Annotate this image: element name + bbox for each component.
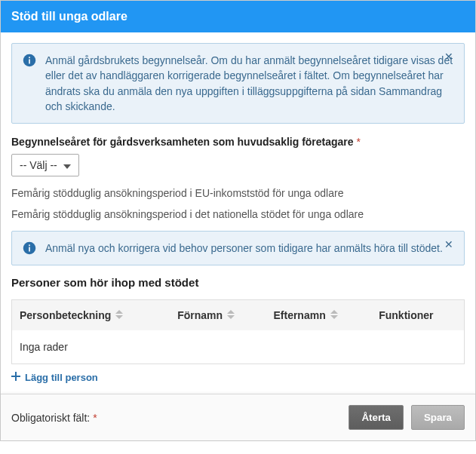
plus-icon (11, 372, 20, 383)
svg-rect-6 (29, 245, 30, 247)
start-year-selected-value: -- Välj -- (20, 159, 57, 171)
eu-period-text: Femårig stödduglig ansökningsperiod i EU… (11, 187, 465, 199)
revert-button[interactable]: Återta (349, 405, 404, 430)
col-label: Funktioner (379, 309, 433, 321)
info-message: Anmäl gårdsbrukets begynnelseår. Om du h… (45, 53, 455, 114)
svg-rect-5 (29, 247, 30, 252)
svg-marker-11 (330, 310, 338, 314)
required-note-text: Obligatoriskt fält: (11, 412, 90, 424)
svg-marker-9 (227, 310, 235, 314)
col-label: Efternamn (273, 309, 325, 321)
start-year-label: Begynnelseåret för gårdsverksamheten som… (11, 136, 354, 148)
panel-footer: Obligatoriskt fält: * Återta Spara (1, 394, 475, 440)
add-person-link[interactable]: Lägg till person (11, 372, 98, 383)
sort-icon (227, 309, 235, 321)
save-button[interactable]: Spara (411, 405, 465, 430)
start-year-select[interactable]: -- Välj -- (11, 154, 79, 176)
svg-marker-3 (63, 164, 71, 169)
sort-icon (115, 309, 123, 321)
info-icon (23, 241, 36, 255)
info-message: Anmäl nya och korrigera vid behov person… (45, 241, 455, 256)
add-person-label: Lägg till person (25, 372, 98, 383)
col-last-name[interactable]: Efternamn (266, 300, 371, 331)
col-actions: Funktioner (371, 300, 464, 331)
panel-content: Anmäl gårdsbrukets begynnelseår. Om du h… (1, 32, 475, 383)
table-row-empty: Inga rader (12, 330, 465, 364)
close-icon[interactable]: ✕ (441, 50, 456, 63)
persons-section-title: Personer som hör ihop med stödet (11, 276, 465, 289)
national-period-text: Femårig stödduglig ansökningsperiod i de… (11, 208, 465, 220)
table-header-row: Personbeteckning Förnamn (12, 300, 465, 331)
panel-title-text: Stöd till unga odlare (11, 10, 127, 23)
persons-table: Personbeteckning Förnamn (11, 299, 465, 364)
svg-rect-14 (11, 376, 20, 377)
required-note: Obligatoriskt fält: * (11, 412, 341, 424)
col-label: Förnamn (177, 309, 223, 321)
info-box-persons: Anmäl nya och korrigera vid behov person… (11, 231, 465, 265)
info-icon (23, 54, 36, 67)
empty-message: Inga rader (12, 330, 465, 364)
aid-young-farmers-panel: Stöd till unga odlare Anmäl gårdsbrukets… (0, 0, 476, 441)
svg-marker-10 (227, 315, 235, 319)
col-label: Personbeteckning (20, 309, 111, 321)
svg-marker-12 (330, 315, 338, 319)
required-asterisk: * (357, 136, 361, 148)
sort-icon (330, 309, 338, 321)
svg-marker-7 (115, 310, 123, 314)
svg-marker-8 (115, 315, 123, 319)
panel-title: Stöd till unga odlare (1, 1, 475, 32)
col-first-name[interactable]: Förnamn (170, 300, 266, 331)
col-person-id[interactable]: Personbeteckning (12, 300, 170, 331)
chevron-down-icon (63, 159, 71, 171)
svg-rect-2 (29, 57, 30, 58)
required-asterisk: * (93, 412, 97, 424)
close-icon[interactable]: ✕ (441, 238, 456, 251)
start-year-field: Begynnelseåret för gårdsverksamheten som… (11, 136, 465, 176)
svg-rect-1 (29, 60, 30, 64)
info-box-start-year: Anmäl gårdsbrukets begynnelseår. Om du h… (11, 43, 465, 124)
